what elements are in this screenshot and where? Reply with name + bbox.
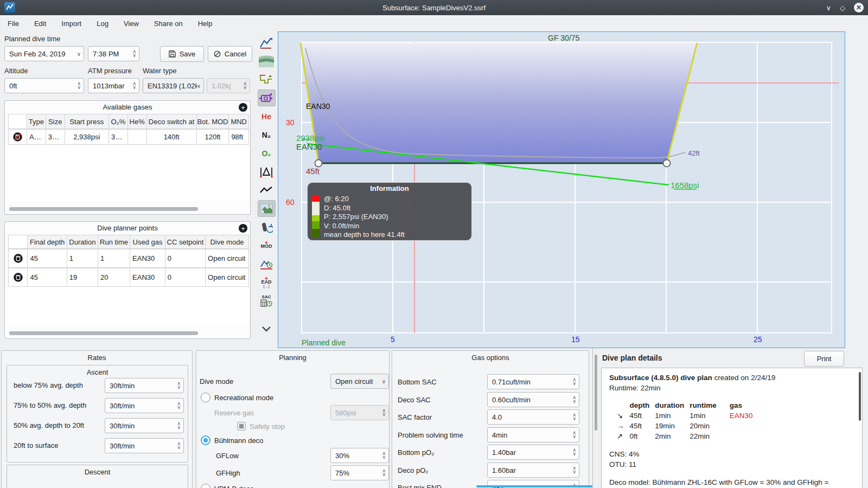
dive-date-select[interactable]: Sun Feb 24, 2019∨ bbox=[4, 46, 84, 61]
add-point-button[interactable]: + bbox=[239, 224, 247, 233]
ceiling-toggle-button[interactable] bbox=[258, 71, 276, 88]
gflow-field[interactable]: 30%∧∨ bbox=[330, 448, 389, 463]
bottom-po2-field[interactable]: 1.40bar∧∨ bbox=[487, 445, 579, 460]
menu-view[interactable]: View bbox=[124, 20, 139, 28]
atm-pressure-field[interactable]: 1013mbar∧∨ bbox=[88, 78, 139, 93]
rates-title: Rates bbox=[2, 351, 192, 362]
col-run-time[interactable]: Run time bbox=[98, 235, 130, 249]
add-gas-button[interactable]: + bbox=[239, 103, 247, 112]
ascent-rate-field[interactable]: 30ft/min∧∨ bbox=[105, 398, 184, 413]
close-icon[interactable]: ✕ bbox=[854, 3, 864, 12]
gas-change-button[interactable] bbox=[258, 219, 276, 235]
dive-time-stepper[interactable]: 7:38 PM∧∨ bbox=[88, 46, 139, 61]
deco-sac-field[interactable]: 0.60cuft/min∧∨ bbox=[487, 392, 579, 407]
time-tick-15: 15 bbox=[571, 335, 580, 344]
plan-runtime: Runtime: 22min bbox=[609, 383, 854, 393]
points-horizontal-scrollbar[interactable] bbox=[9, 331, 198, 335]
ascent-rate-field[interactable]: 30ft/min∧∨ bbox=[105, 378, 184, 393]
col-mnd[interactable]: MND bbox=[229, 114, 249, 129]
dive-planner-button[interactable] bbox=[258, 34, 276, 51]
o2-graph-toggle-button[interactable]: O₂ bbox=[258, 145, 276, 162]
col-bot-mod[interactable]: Bot. MOD bbox=[197, 114, 229, 129]
heartrate-toggle-button[interactable] bbox=[258, 182, 276, 198]
titlebar[interactable]: Subsurface: SampleDivesV2.ssrf ∨ ◇ ✕ bbox=[0, 0, 868, 15]
col-duration[interactable]: Duration bbox=[67, 235, 98, 249]
cancel-button[interactable]: Cancel bbox=[208, 46, 252, 62]
plan-text-scrollbar[interactable] bbox=[859, 372, 861, 421]
mod-toggle-button[interactable]: +MOD bbox=[258, 237, 276, 254]
gfhigh-field[interactable]: 75%∧∨ bbox=[330, 465, 389, 480]
gases-horizontal-scrollbar[interactable] bbox=[9, 207, 198, 211]
chevron-down-icon bbox=[261, 326, 272, 332]
bottom-horizontal-scrollbar[interactable] bbox=[476, 485, 592, 487]
altitude-field[interactable]: 0ft∧∨ bbox=[4, 78, 84, 93]
delete-point-icon[interactable] bbox=[13, 272, 23, 282]
col-cc-setpoint[interactable]: CC setpoint bbox=[165, 235, 206, 249]
minimize-icon[interactable]: ∨ bbox=[826, 4, 831, 11]
app-icon bbox=[4, 2, 15, 13]
waves-toggle-button[interactable] bbox=[258, 53, 276, 69]
bottom-sac-field[interactable]: 0.71cuft/min∧∨ bbox=[487, 374, 579, 389]
menu-import[interactable]: Import bbox=[61, 20, 81, 28]
vpmb-deco-radio[interactable] bbox=[201, 484, 210, 488]
deco-po2-field[interactable]: 1.60bar∧∨ bbox=[487, 463, 579, 478]
n2-graph-toggle-button[interactable]: N₂ bbox=[258, 126, 276, 143]
col-size[interactable]: Size bbox=[46, 114, 65, 129]
spin-arrows-icon: ∧∨ bbox=[572, 466, 576, 474]
chevron-down-icon: ∨ bbox=[382, 378, 386, 384]
planner-point-row[interactable]: 45 19 20 EAN30 0 Open circuit bbox=[8, 268, 249, 287]
velocity-colorbar bbox=[312, 196, 320, 237]
tissue-heatmap-toggle-button[interactable] bbox=[258, 89, 276, 106]
waypoint-handle[interactable] bbox=[315, 160, 322, 167]
photos-toggle-button[interactable] bbox=[258, 200, 276, 217]
print-button[interactable]: Print bbox=[804, 351, 844, 367]
depth-tick-30: 30 bbox=[286, 118, 295, 127]
sac-toggle-button[interactable]: SAC bbox=[258, 292, 276, 309]
waves-icon bbox=[259, 55, 274, 67]
ceiling-delta-toggle-button[interactable] bbox=[258, 163, 276, 180]
menu-edit[interactable]: Edit bbox=[34, 20, 46, 28]
col-used-gas[interactable]: Used gas bbox=[130, 235, 165, 249]
problem-solving-time-field[interactable]: 4min∧∨ bbox=[487, 427, 579, 442]
delete-gas-disabled-icon[interactable] bbox=[12, 132, 23, 142]
points-header-row: Final depth Duration Run time Used gas C… bbox=[8, 235, 249, 249]
col-o2[interactable]: O₂% bbox=[109, 114, 128, 129]
col-deco-switch[interactable]: Deco switch at bbox=[147, 114, 197, 129]
water-type-select[interactable]: EN13319 (1.02k∨ bbox=[143, 78, 204, 93]
sac-factor-field[interactable]: 4.0∧∨ bbox=[487, 409, 579, 425]
spin-arrows-icon: ∧∨ bbox=[177, 402, 181, 409]
safety-stop-checkbox[interactable] bbox=[237, 422, 246, 431]
buhlmann-deco-radio[interactable] bbox=[201, 435, 210, 445]
recreational-mode-radio[interactable] bbox=[201, 393, 210, 402]
delete-point-icon[interactable] bbox=[13, 253, 23, 264]
col-type[interactable]: Type bbox=[27, 114, 46, 129]
ascent-rate-field[interactable]: 30ft/min∧∨ bbox=[105, 438, 184, 453]
save-button[interactable]: Save bbox=[160, 46, 204, 62]
ead-toggle-button[interactable]: +EAD(…) bbox=[258, 274, 276, 291]
col-dive-mode[interactable]: Dive mode bbox=[206, 235, 249, 249]
available-gases-panel: Available gases + Type Size Start press … bbox=[4, 100, 251, 215]
dc-ceiling-toggle-button[interactable] bbox=[258, 255, 276, 272]
maximize-icon[interactable]: ◇ bbox=[840, 4, 845, 11]
toolbar-scroll-down-button[interactable] bbox=[258, 320, 276, 337]
col-final-depth[interactable]: Final depth bbox=[28, 235, 67, 249]
menu-log[interactable]: Log bbox=[97, 20, 108, 28]
ceiling-icon bbox=[259, 74, 273, 86]
plan-deco-model: Deco model: Bühlmann ZHL-16C with GFLow … bbox=[609, 477, 854, 487]
planner-point-row[interactable]: 45 1 1 EAN30 0 Open circuit bbox=[8, 249, 249, 268]
menu-share-on[interactable]: Share on bbox=[154, 20, 183, 28]
tooltip-pressure: P: 2,557psi (EAN30) bbox=[324, 213, 405, 222]
col-start-press[interactable]: Start press bbox=[65, 114, 109, 129]
waypoint-handle[interactable] bbox=[663, 160, 671, 167]
dive-mode-select[interactable]: Open circuit∨ bbox=[330, 374, 389, 389]
ascent-rate-field[interactable]: 30ft/min∧∨ bbox=[105, 418, 184, 433]
he-graph-toggle-button[interactable]: He bbox=[258, 108, 276, 125]
col-he[interactable]: He% bbox=[128, 114, 147, 129]
information-tooltip[interactable]: Information @: 6:20 D: 45.0ft P: 2,557ps… bbox=[307, 182, 472, 241]
gflow-label: GFLow bbox=[216, 452, 239, 460]
menu-help[interactable]: Help bbox=[198, 20, 213, 28]
dive-profile-chart[interactable]: GF 30/75 30 60 5 15 25 EAN30 2938psi EAN… bbox=[278, 31, 845, 348]
gas-row[interactable]: A… 3… 2,938psi 3… 140ft 120ft 98ft bbox=[8, 129, 249, 145]
menu-file[interactable]: File bbox=[8, 20, 19, 28]
details-vertical-scrollbar[interactable] bbox=[595, 355, 597, 431]
